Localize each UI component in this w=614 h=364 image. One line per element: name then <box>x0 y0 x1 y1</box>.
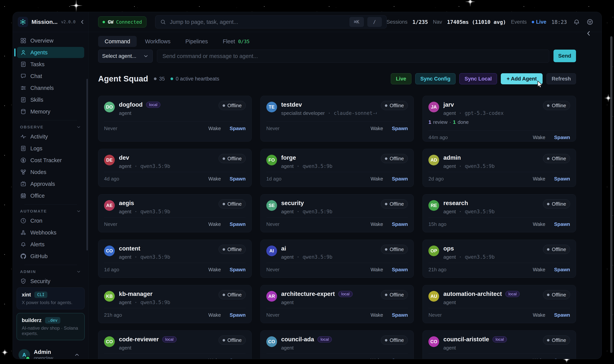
agent-card-ai[interactable]: AIaiagent · qwen3.5:9bOfflineNeverWakeSp… <box>260 240 414 278</box>
command-input[interactable] <box>162 53 544 60</box>
spawn-button[interactable]: Spawn <box>230 312 246 318</box>
sidebar-item-skills[interactable]: Skills <box>17 94 84 105</box>
wake-button[interactable]: Wake <box>533 134 546 140</box>
agent-card-council-aristotle[interactable]: COcouncil-aristotlelocalagentOfflineWake… <box>423 330 576 359</box>
spawn-button[interactable]: Spawn <box>554 267 570 273</box>
promo-card-xint[interactable]: xintCLIX power tools for agents. <box>17 287 85 309</box>
sidebar-item-security[interactable]: Security <box>17 276 84 287</box>
live-button[interactable]: Live <box>391 73 412 84</box>
sidebar-item-agents[interactable]: Agents <box>17 47 84 58</box>
promo-card-builderz[interactable]: builderz.devAI-native dev shop · Solana … <box>17 313 85 340</box>
agent-card-kb-manager[interactable]: KBkb-manageragent · qwen3.5:9bOffline21h… <box>98 285 252 323</box>
tab-command[interactable]: Command <box>98 36 137 47</box>
sidebar-item-tasks[interactable]: Tasks <box>17 59 84 70</box>
wake-button[interactable]: Wake <box>208 126 221 131</box>
sidebar-item-office[interactable]: Office <box>17 190 84 201</box>
agent-card-research[interactable]: REresearchagent · qwen3.5:9bOffline15h a… <box>423 194 576 232</box>
spawn-button[interactable]: Spawn <box>392 267 408 273</box>
user-menu[interactable]: A Admin openclaw <box>17 344 85 359</box>
spawn-button[interactable]: Spawn <box>554 134 570 140</box>
wake-button[interactable]: Wake <box>208 358 221 359</box>
spawn-button[interactable]: Spawn <box>392 126 408 131</box>
send-button[interactable]: Send <box>553 50 576 62</box>
refresh-button[interactable]: Refresh <box>547 73 576 84</box>
wake-button[interactable]: Wake <box>371 126 383 131</box>
spawn-button[interactable]: Spawn <box>392 176 408 182</box>
agent-card-architecture-expert[interactable]: ARarchitecture-expertlocalagentOfflineNe… <box>260 285 414 323</box>
spawn-button[interactable]: Spawn <box>230 126 246 131</box>
agent-card-aegis[interactable]: AEaegisagent · qwen3.5:9bOfflineNeverWak… <box>98 194 252 232</box>
agent-card-council-ada[interactable]: COcouncil-adalocalagentOfflineWakeSpawn <box>260 330 414 359</box>
sidebar-item-chat[interactable]: Chat <box>17 71 84 82</box>
sync-local-button[interactable]: Sync Local <box>459 73 497 84</box>
sidebar-item-overview[interactable]: Overview <box>17 35 84 46</box>
agent-card-footer: 21h agoWakeSpawn <box>104 308 246 318</box>
sidebar-item-activity[interactable]: Activity <box>17 131 84 142</box>
spawn-button[interactable]: Spawn <box>554 312 570 318</box>
spawn-button[interactable]: Spawn <box>230 176 246 182</box>
sidebar-item-cost-tracker[interactable]: Cost Tracker <box>17 155 84 166</box>
wake-button[interactable]: Wake <box>371 221 383 227</box>
sidebar-item-webhooks[interactable]: Webhooks <box>17 227 84 238</box>
notifications-bell-icon[interactable] <box>573 18 580 26</box>
section-header-automate[interactable]: AUTOMATE <box>17 207 84 215</box>
agent-card-admin[interactable]: ADadminagent · qwen3.5:9bOffline2d agoWa… <box>423 149 576 187</box>
agent-card-dev[interactable]: DEdevagent · qwen3.5:9bOffline4d agoWake… <box>98 149 252 187</box>
agent-card-ops[interactable]: OPopsagent · qwen3.5:9bOffline21h agoWak… <box>423 240 576 278</box>
agent-card-dogfood[interactable]: DOdogfoodlocalagentOfflineNeverWakeSpawn <box>98 96 252 142</box>
tab-fleet[interactable]: Fleet0/35 <box>216 36 256 47</box>
sidebar-collapse-button[interactable] <box>79 19 86 25</box>
wake-button[interactable]: Wake <box>208 176 221 182</box>
section-header-admin[interactable]: ADMIN <box>17 267 84 276</box>
wake-button[interactable]: Wake <box>371 267 383 273</box>
spawn-button[interactable]: Spawn <box>230 267 246 273</box>
agent-card-automation-architect[interactable]: AUautomation-architectlocalagentOfflineN… <box>423 285 576 323</box>
sidebar-item-logs[interactable]: Logs <box>17 143 84 154</box>
spawn-button[interactable]: Spawn <box>392 221 408 227</box>
sidebar-item-alerts[interactable]: Alerts <box>17 239 84 250</box>
sidebar-item-channels[interactable]: Channels <box>17 82 84 93</box>
spawn-button[interactable]: Spawn <box>554 176 570 182</box>
wake-button[interactable]: Wake <box>208 267 221 273</box>
agent-card-jarv[interactable]: JAjarvagent · gpt-5.3-codexOffline1revie… <box>423 96 576 142</box>
spawn-button[interactable]: Spawn <box>554 221 570 227</box>
agent-card-security[interactable]: SEsecurityagent · qwen3.5:9bOfflineNever… <box>260 194 414 232</box>
tab-pipelines[interactable]: Pipelines <box>179 36 214 47</box>
agent-card-forge[interactable]: FOforgeagent · qwen3.5:9bOffline1d agoWa… <box>260 149 414 187</box>
search-input[interactable] <box>170 19 346 25</box>
wake-button[interactable]: Wake <box>533 267 546 273</box>
sidebar-item-nodes[interactable]: Nodes <box>17 167 84 178</box>
agent-card-code-reviewer[interactable]: COcode-reviewerlocalagentOfflineWakeSpaw… <box>98 330 252 359</box>
right-rail-collapse-button[interactable] <box>585 30 592 38</box>
spawn-button[interactable]: Spawn <box>392 358 408 359</box>
wake-button[interactable]: Wake <box>208 221 221 227</box>
add-agent-button[interactable]: + Add Agent <box>501 73 543 84</box>
wake-button[interactable]: Wake <box>533 221 546 227</box>
page-scrollbar[interactable] <box>610 36 613 353</box>
sidebar-item-approvals[interactable]: Approvals <box>17 178 84 189</box>
wake-button[interactable]: Wake <box>533 358 546 359</box>
agent-card-content[interactable]: COcontentagent · qwen3.5:9bOffline1d ago… <box>98 240 252 278</box>
section-header-observe[interactable]: OBSERVE <box>17 122 84 131</box>
spawn-button[interactable]: Spawn <box>230 221 246 227</box>
wake-button[interactable]: Wake <box>371 358 383 359</box>
sidebar-item-github[interactable]: GitHub <box>17 251 84 262</box>
gateway-status-pill[interactable]: GW Connected <box>98 16 147 27</box>
wake-button[interactable]: Wake <box>371 176 383 182</box>
feedback-smiley-icon[interactable] <box>586 18 594 26</box>
agent-card-testdev[interactable]: TEtestdevspecialist developer · claude-s… <box>260 96 414 142</box>
sidebar-item-memory[interactable]: Memory <box>17 106 84 117</box>
sidebar-item-cron[interactable]: Cron <box>17 215 84 226</box>
spawn-button[interactable]: Spawn <box>554 358 570 359</box>
agent-select[interactable]: Select agent... <box>98 50 153 63</box>
wake-button[interactable]: Wake <box>371 312 383 318</box>
sidebar-scrollbar[interactable] <box>86 79 88 250</box>
wake-button[interactable]: Wake <box>208 312 221 318</box>
spawn-button[interactable]: Spawn <box>230 358 246 359</box>
global-search[interactable]: ⌘K / <box>155 15 387 28</box>
wake-button[interactable]: Wake <box>533 176 546 182</box>
spawn-button[interactable]: Spawn <box>392 312 408 318</box>
tab-workflows[interactable]: Workflows <box>139 36 177 47</box>
wake-button[interactable]: Wake <box>533 312 546 318</box>
sync-config-button[interactable]: Sync Config <box>415 73 456 84</box>
